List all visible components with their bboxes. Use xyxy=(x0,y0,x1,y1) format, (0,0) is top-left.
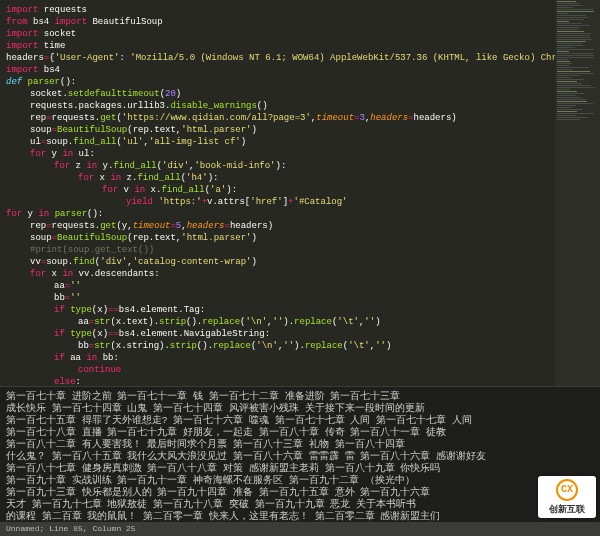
code-line[interactable]: if type(x)==bs4.element.Tag: xyxy=(6,304,549,316)
code-line[interactable]: for y in parser(): xyxy=(6,208,549,220)
output-line: 第一百七十章 进阶之前 第一百七十一章 钱 第一百七十二章 准备进阶 第一百七十… xyxy=(6,391,594,403)
code-line[interactable]: yield 'https:'+v.attrs['href']+'#Catalog… xyxy=(6,196,549,208)
code-line[interactable]: for z in y.find_all('div','book-mid-info… xyxy=(6,160,549,172)
code-line[interactable]: def parser(): xyxy=(6,76,549,88)
code-line[interactable]: ul=soup.find_all('ul','all-img-list cf') xyxy=(6,136,549,148)
code-line[interactable]: continue xyxy=(6,364,549,376)
output-panel[interactable]: 第一百七十章 进阶之前 第一百七十一章 钱 第一百七十二章 准备进阶 第一百七十… xyxy=(0,386,600,522)
code-line[interactable]: soup=BeautifulSoup(rep.text,'html.parser… xyxy=(6,232,549,244)
watermark-label: 创新互联 xyxy=(549,503,585,516)
code-editor[interactable]: import requestsfrom bs4 import Beautiful… xyxy=(0,0,555,386)
output-line: 天才 第一百九十七章 地狱敖徒 第一百九十八章 突破 第一百九十九章 恶龙 关于… xyxy=(6,499,594,511)
output-line: 第一百八十二章 有人要害我！ 最后时间求个月票 第一百八十三章 礼物 第一百八十… xyxy=(6,439,594,451)
output-line: 什么鬼？ 第一百八十五章 我什么大风大浪没见过 第一百八十六章 雷雷霹 雷 第一… xyxy=(6,451,594,463)
code-line[interactable]: vv=soup.find('div','catalog-content-wrap… xyxy=(6,256,549,268)
code-line[interactable]: import socket xyxy=(6,28,549,40)
code-line[interactable]: rep=requests.get('https://www.qidian.com… xyxy=(6,112,549,124)
code-line[interactable]: import requests xyxy=(6,4,549,16)
watermark-badge: CX 创新互联 xyxy=(538,476,596,518)
output-line: 第一百七十五章 得罪了天外谁想走? 第一百七十六章 噬魂 第一百七十七章 人间 … xyxy=(6,415,594,427)
code-line[interactable]: socket.setdefaulttimeout(20) xyxy=(6,88,549,100)
code-line[interactable]: aa=str(x.text).strip().replace('\n','').… xyxy=(6,316,549,328)
code-line[interactable]: aa='' xyxy=(6,280,549,292)
code-line[interactable]: soup=BeautifulSoup(rep.text,'html.parser… xyxy=(6,124,549,136)
output-line: 成长快乐 第一百七十四章 山鬼 第一百七十四章 风评被害小残珠 关于接下来一段时… xyxy=(6,403,594,415)
minimap[interactable] xyxy=(555,0,600,386)
code-line[interactable]: for v in x.find_all('a'): xyxy=(6,184,549,196)
output-line: 第一百九十三章 快乐都是别人的 第一百九十四章 准备 第一百九十五章 意外 第一… xyxy=(6,487,594,499)
output-line: 第一百九十章 实战训练 第一百九十一章 神奇海螺不在服务区 第一百九十二章 （挨… xyxy=(6,475,594,487)
code-line[interactable]: rep=requests.get(y,timeout=5,headers=hea… xyxy=(6,220,549,232)
status-text: Unnamed; Line 85, Column 25 xyxy=(6,524,136,533)
code-line[interactable]: if aa in bb: xyxy=(6,352,549,364)
code-line[interactable]: requests.packages.urllib3.disable_warnin… xyxy=(6,100,549,112)
output-line: 的课程 第二百章 我的鼠鼠！ 第二百零一章 快来人，这里有老志！ 第二百零二章 … xyxy=(6,511,594,522)
code-line[interactable]: for y in ul: xyxy=(6,148,549,160)
code-line[interactable]: import bs4 xyxy=(6,64,549,76)
code-line[interactable]: from bs4 import BeautifulSoup xyxy=(6,16,549,28)
code-line[interactable]: #print(soup.get_text()) xyxy=(6,244,549,256)
output-line: 第一百七十八章 直播 第一百七十九章 好朋友，一起走 第一百八十章 传奇 第一百… xyxy=(6,427,594,439)
code-line[interactable]: headers={'User-Agent': 'Mozilla/5.0 (Win… xyxy=(6,52,549,64)
code-line[interactable]: for x in z.find_all('h4'): xyxy=(6,172,549,184)
status-bar: Unnamed; Line 85, Column 25 xyxy=(0,522,600,536)
code-line[interactable]: if type(x)==bs4.element.NavigableString: xyxy=(6,328,549,340)
watermark-icon: CX xyxy=(556,479,578,501)
code-line[interactable]: for x in vv.descendants: xyxy=(6,268,549,280)
code-line[interactable]: import time xyxy=(6,40,549,52)
output-line: 第一百八十七章 健身房真刺激 第一百八十八章 对策 感谢新盟主老莉 第一百八十九… xyxy=(6,463,594,475)
code-line[interactable]: bb=str(x.string).strip().replace('\n',''… xyxy=(6,340,549,352)
code-line[interactable]: bb='' xyxy=(6,292,549,304)
